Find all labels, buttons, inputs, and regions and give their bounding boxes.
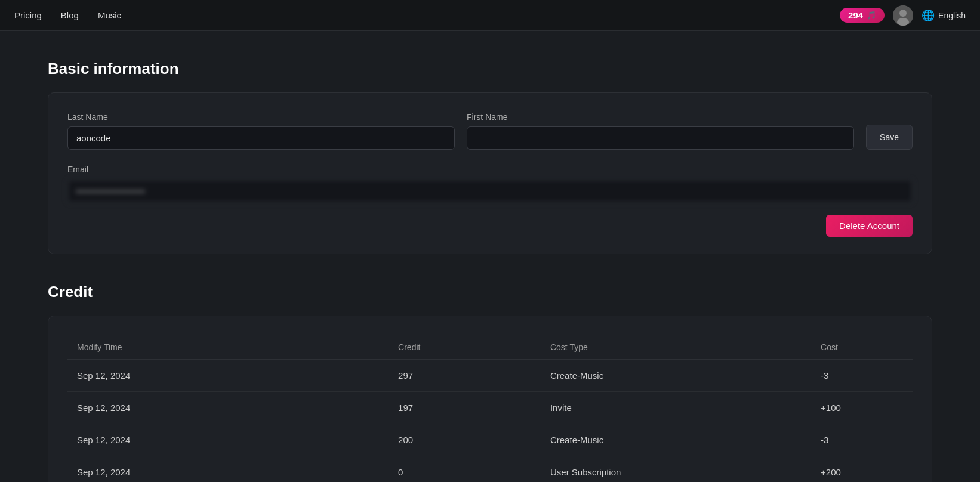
cell-date-3: Sep 12, 2024 [67,456,389,483]
table-row: Sep 12, 2024 297 Create-Music -3 [67,360,913,392]
svg-point-1 [899,10,907,17]
cell-date-2: Sep 12, 2024 [67,424,389,456]
basic-info-card: Last Name First Name Save Email ••••••••… [48,92,932,254]
card-footer: Delete Account [67,215,913,237]
last-name-label: Last Name [67,112,455,122]
cell-credit-0: 297 [389,360,541,392]
table-row: Sep 12, 2024 0 User Subscription +200 [67,456,913,483]
cell-date-1: Sep 12, 2024 [67,392,389,424]
email-section: Email •••••••••••••••• [67,164,913,203]
table-row: Sep 12, 2024 200 Create-Music -3 [67,424,913,456]
cell-cost-type-2: Create-Music [541,424,811,456]
nav-music[interactable]: Music [98,10,121,20]
music-icon: 🎵 [867,11,876,20]
last-name-input[interactable] [67,126,455,150]
credit-table: Modify Time Credit Cost Type Cost Sep 12… [67,335,913,482]
language-selector[interactable]: 🌐 English [922,9,966,22]
first-name-input[interactable] [467,126,854,150]
cell-cost-type-0: Create-Music [541,360,811,392]
main-content: Basic information Last Name First Name S… [0,31,980,482]
credit-count: 294 [848,10,863,20]
col-header-cost-type: Cost Type [541,335,811,360]
delete-account-button[interactable]: Delete Account [826,215,913,237]
language-label: English [938,11,966,20]
globe-icon: 🌐 [922,9,935,22]
cell-cost-type-3: User Subscription [541,456,811,483]
col-header-credit: Credit [389,335,541,360]
cell-cost-1: +100 [811,392,913,424]
credit-card: Modify Time Credit Cost Type Cost Sep 12… [48,316,932,482]
first-name-label: First Name [467,112,854,122]
cell-cost-type-1: Invite [541,392,811,424]
cell-cost-3: +200 [811,456,913,483]
nav-links: Pricing Blog Music [14,10,840,20]
table-row: Sep 12, 2024 197 Invite +100 [67,392,913,424]
last-name-group: Last Name [67,112,455,150]
email-value: •••••••••••••••• [67,180,913,203]
nav-pricing[interactable]: Pricing [14,10,42,20]
cell-credit-3: 0 [389,456,541,483]
email-label: Email [67,165,88,174]
name-row: Last Name First Name Save [67,112,913,150]
nav-blog[interactable]: Blog [61,10,79,20]
credit-badge[interactable]: 294 🎵 [840,8,885,23]
navbar: Pricing Blog Music 294 🎵 🌐 English [0,0,980,31]
col-header-modify-time: Modify Time [67,335,389,360]
save-button[interactable]: Save [866,125,913,150]
cell-credit-1: 197 [389,392,541,424]
credit-title: Credit [48,283,932,301]
cell-cost-0: -3 [811,360,913,392]
col-header-cost: Cost [811,335,913,360]
basic-info-title: Basic information [48,60,932,78]
cell-credit-2: 200 [389,424,541,456]
table-header-row: Modify Time Credit Cost Type Cost [67,335,913,360]
cell-date-0: Sep 12, 2024 [67,360,389,392]
avatar[interactable] [893,5,913,26]
nav-right: 294 🎵 🌐 English [840,5,966,26]
first-name-group: First Name [467,112,854,150]
cell-cost-2: -3 [811,424,913,456]
